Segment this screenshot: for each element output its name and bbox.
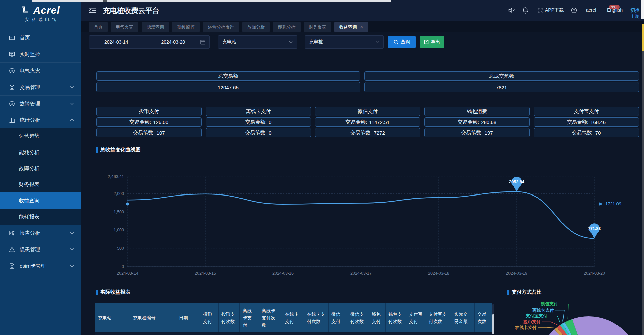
svg-text:支付宝支付: 支付宝支付 (525, 313, 547, 318)
tab-energy-analysis[interactable]: 能耗分析 (273, 22, 301, 32)
language-switch[interactable]: English (607, 7, 623, 13)
page-title: 充电桩收费云平台 (103, 6, 159, 15)
sidebar-subitem-operation-trend[interactable]: 运营趋势 (0, 128, 81, 144)
sidebar-item-statistics[interactable]: 统计分析 (0, 112, 81, 128)
sidebar-item-realtime-monitor[interactable]: 实时监控 (0, 46, 81, 62)
sidebar-subitem-energy-analysis[interactable]: 能耗分析 (0, 144, 81, 160)
sidebar-item-home[interactable]: 首页 (0, 30, 81, 46)
notification-bell-icon[interactable] (522, 7, 528, 14)
hazard-icon (9, 246, 16, 253)
svg-text:离线卡支付: 离线卡支付 (532, 308, 554, 313)
sidebar-item-fault[interactable]: 故障管理 (0, 95, 81, 112)
tab-home[interactable]: 首页 (89, 22, 108, 32)
calendar-icon (200, 39, 205, 45)
sidebar-item-report-analysis[interactable]: 报告分析 (0, 225, 81, 241)
section-title-revenue-curve: 总收益变化曲线图 (96, 147, 141, 153)
column-header: 在线卡支付 (282, 303, 304, 332)
browser-corner (641, 0, 644, 19)
svg-text:2024-03-14: 2024-03-14 (117, 271, 138, 276)
tab-finance-report[interactable]: 财务报表 (304, 22, 331, 32)
column-header: 微信支付次数 (347, 303, 369, 332)
sidebar-divider (0, 274, 81, 274)
sidebar-subitem-fault-analysis[interactable]: 故障分析 (0, 160, 81, 176)
pile-select[interactable]: 充电桩 (305, 35, 384, 49)
summary-card-total-count: 总成交笔数 7821 (364, 71, 639, 92)
column-header: 微信支付 (329, 303, 347, 332)
chevron-up-icon (70, 119, 74, 121)
date-separator: ~ (143, 39, 146, 45)
mute-icon[interactable] (508, 8, 515, 13)
svg-text:2024-03-16: 2024-03-16 (272, 271, 294, 276)
query-button[interactable]: 查询 (388, 36, 416, 48)
browser-tab-notch (103, 0, 107, 2)
chevron-down-icon (70, 265, 74, 267)
collapse-menu-icon[interactable] (89, 7, 96, 14)
sidebar-subitem-finance-report[interactable]: 财务报表 (0, 176, 81, 192)
column-header: 离线卡支付次数 (259, 303, 282, 332)
export-button[interactable]: 导出 (420, 36, 444, 48)
sidebar-item-label: 统计分析 (20, 117, 40, 123)
payment-card: 离线卡支付交易金额:0交易笔数:0 (206, 107, 311, 137)
date-range-picker[interactable]: 2024-03-14 ~ 2024-03-20 (89, 35, 210, 49)
home-icon (9, 35, 16, 41)
realtime-monitor-icon (9, 51, 16, 57)
page-scrollbar-thumb[interactable] (642, 24, 644, 51)
sidebar-item-label: 隐患管理 (20, 246, 40, 253)
report-icon (9, 230, 16, 236)
svg-text:2024-03-18: 2024-03-18 (428, 271, 449, 276)
sidebar-item-esim-card[interactable]: esim卡管理 (0, 258, 81, 274)
svg-text:2052.84: 2052.84 (509, 180, 524, 184)
close-tab-icon[interactable]: ✕ (360, 25, 363, 30)
tab-video-monitor[interactable]: 视频监控 (172, 22, 200, 32)
column-header: 充电桩编号 (130, 303, 176, 332)
section-title-bar (96, 147, 98, 153)
filter-divider (81, 53, 644, 53)
sidebar-subitem-revenue-query[interactable]: 收益查询 (0, 192, 81, 209)
sidebar-item-hazard[interactable]: 隐患管理 (0, 241, 81, 258)
payment-card-amount: 交易金额:0 (206, 117, 311, 127)
sidebar-item-electric-fire[interactable]: 电气火灾 (0, 62, 81, 79)
tab-hazard-query[interactable]: 隐患查询 (142, 22, 169, 32)
svg-text:500: 500 (117, 246, 124, 251)
station-select[interactable]: 充电站 (218, 35, 297, 49)
stats-icon (9, 117, 16, 123)
sidebar-item-label: 电气火灾 (20, 68, 40, 74)
export-icon (424, 40, 429, 44)
svg-text:2024-03-19: 2024-03-19 (506, 271, 527, 276)
username[interactable]: acrel (586, 7, 596, 13)
page-scrollbar-track[interactable] (642, 50, 644, 335)
app-download-icon[interactable] (538, 8, 543, 13)
logo-subtext: 安科瑞电气 (0, 17, 81, 23)
column-header: 支付宝支付 (406, 303, 426, 332)
sidebar-subitem-energy-report[interactable]: 能耗报表 (0, 209, 81, 225)
help-icon[interactable] (571, 7, 577, 13)
tab-operation-report[interactable]: 运营分析报告 (203, 22, 239, 32)
payment-card-count: 交易笔数:7272 (315, 128, 420, 137)
fault-icon (9, 101, 16, 107)
payment-card: 钱包消费交易金额:280.68交易笔数:197 (424, 107, 530, 137)
payment-card-title: 钱包消费 (424, 107, 530, 116)
app-download-label[interactable]: APP下载 (545, 7, 564, 13)
svg-text:2024-03-17: 2024-03-17 (350, 271, 372, 276)
svg-text:1721.09: 1721.09 (605, 201, 621, 206)
date-start[interactable]: 2024-03-14 (89, 39, 143, 45)
browser-tabstrip-sliver (32, 0, 391, 2)
chevron-down-icon (70, 248, 74, 251)
svg-text:投币支付: 投币支付 (523, 319, 541, 324)
sidebar: Acrel 安科瑞电气 首页 实时监控 电气火灾 交易管理 故障管理 (0, 0, 81, 335)
payment-card: 支付宝支付交易金额:168.46交易笔数:70 (534, 107, 639, 137)
table-scrollbar-thumb[interactable] (492, 314, 494, 334)
tab-fault-analysis[interactable]: 故障分析 (242, 22, 270, 32)
sidebar-item-transaction[interactable]: 交易管理 (0, 79, 81, 95)
svg-text:771.83: 771.83 (588, 226, 601, 231)
chevron-down-icon (70, 232, 74, 234)
payment-card-amount: 交易金额:168.46 (534, 117, 639, 127)
tab-revenue-query[interactable]: 收益查询✕ (334, 22, 368, 32)
report-table-row (95, 332, 492, 335)
svg-text:0: 0 (122, 264, 124, 269)
tab-electric-fire[interactable]: 电气火灾 (111, 22, 138, 32)
svg-text:2,000: 2,000 (114, 191, 124, 196)
top-header: 充电桩收费云平台 99+ APP下载 acrel English 切换主题 (81, 0, 644, 21)
payment-card: 投币支付交易金额:126.00交易笔数:107 (96, 107, 202, 137)
date-end[interactable]: 2024-03-20 (146, 39, 200, 45)
